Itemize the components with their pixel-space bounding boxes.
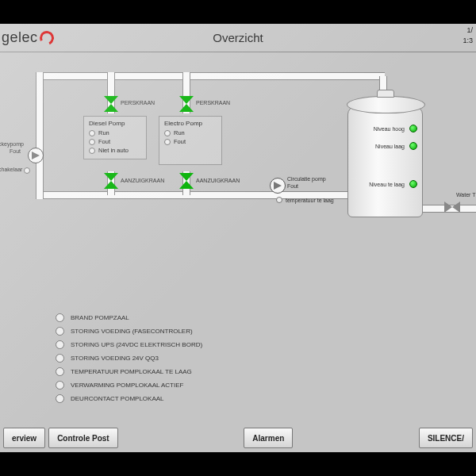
status-led [89,139,95,145]
electro-pump-status: Electro Pomp Run Fout [159,116,222,165]
status-led [164,130,171,136]
level-too-low-led [409,180,417,188]
level-low-led [409,142,417,150]
circulation-pump-icon [270,178,286,194]
valve-icon [179,96,194,112]
overview-button[interactable]: erview [3,428,45,448]
jockey-pump-label: ckeypomp [0,141,24,147]
alarm-item: BRAND POMPZAAL [71,314,129,321]
jockey-switch-label: chakelaar [0,167,22,172]
controle-post-button[interactable]: Controle Post [48,428,118,448]
alarm-item: STORING UPS (24VDC ELEKTRISCH BORD) [71,341,202,348]
alarm-item: VERWARMING POMPLOKAAL ACTIEF [71,382,183,389]
valve-icon [104,96,118,112]
alarm-list: BRAND POMPZAAL STORING VOEDING (FASECONT… [56,309,202,408]
alarm-led [56,327,64,336]
alarm-led [56,394,64,403]
water-t-label: Water T [456,192,476,198]
aanzuigkraan-label-2: AANZUIGKRAAN [196,178,240,183]
alarm-led [56,381,64,390]
electro-fault: Fout [174,138,186,145]
water-tank: Niveau hoog Niveau laag Niveau te laag [347,106,423,217]
valve-icon [179,173,194,189]
header: gelec Overzicht 1/ 1:3 [0,24,476,52]
valve-icon [104,173,118,189]
alarm-led [56,313,64,322]
jockey-switch-led [24,167,30,174]
level-high-led [409,125,417,132]
alarm-item: DEURCONTACT POMPLOKAAL [71,395,164,402]
alarm-item: STORING VOEDING 24V QQ3 [71,355,159,362]
status-led [89,130,95,136]
tank-level-too-low-label: Niveau te laag [369,182,405,187]
alarm-item: STORING VOEDING (FASECONTROLER) [71,328,193,335]
silence-button[interactable]: SILENCE/ [419,428,473,448]
alarmen-button[interactable]: Alarmen [244,428,293,448]
status-led [276,197,282,203]
diesel-notauto: Niet in auto [98,147,129,154]
header-date: 1/ [463,25,473,36]
alarm-led [56,340,64,349]
diesel-run: Run [98,129,109,136]
diesel-pump-status: Diesel Pomp Run Fout Niet in auto [83,116,147,159]
diesel-fault: Fout [98,138,110,145]
tablet-device: gelec Overzicht 1/ 1:3 ckeypomp Fout [0,0,476,476]
circ-temp-label: temperatuur te laag [286,198,334,203]
pipe [36,72,385,80]
alarm-led [56,354,64,363]
header-time: 1:3 [463,36,473,46]
diesel-title: Diesel Pomp [89,120,141,127]
electro-title: Electro Pomp [164,120,217,127]
perskraan-label-2: PERSKRAAN [196,100,230,106]
manual-valve-icon [444,202,460,213]
footer-toolbar: erview Controle Post Alarmen SILENCE/ [0,424,476,452]
jockey-pump-icon [28,148,44,163]
aanzuigkraan-label-1: AANZUIGKRAAN [121,178,164,183]
circ-pump-label: Circulatie pomp [287,176,326,182]
status-led [89,148,95,154]
status-led [164,139,171,145]
page-title: Overzicht [0,31,476,44]
electro-run: Run [174,129,185,136]
process-diagram: ckeypomp Fout chakelaar PERSKRAAN AANZUI… [0,52,476,424]
tank-level-high-label: Niveau hoog [374,126,405,132]
tank-level-low-label: Niveau laag [375,144,405,149]
circ-fault-label: Fout [287,183,298,189]
screen: gelec Overzicht 1/ 1:3 ckeypomp Fout [0,24,476,452]
pipe [36,72,44,159]
jockey-fault-label: Fout [10,148,21,154]
header-datetime: 1/ 1:3 [463,25,473,45]
perskraan-label-1: PERSKRAAN [121,100,155,106]
alarm-led [56,367,64,376]
tank-cap [377,90,394,98]
alarm-item: TEMPERATUUR POMPLOKAAL TE LAAG [71,368,192,375]
